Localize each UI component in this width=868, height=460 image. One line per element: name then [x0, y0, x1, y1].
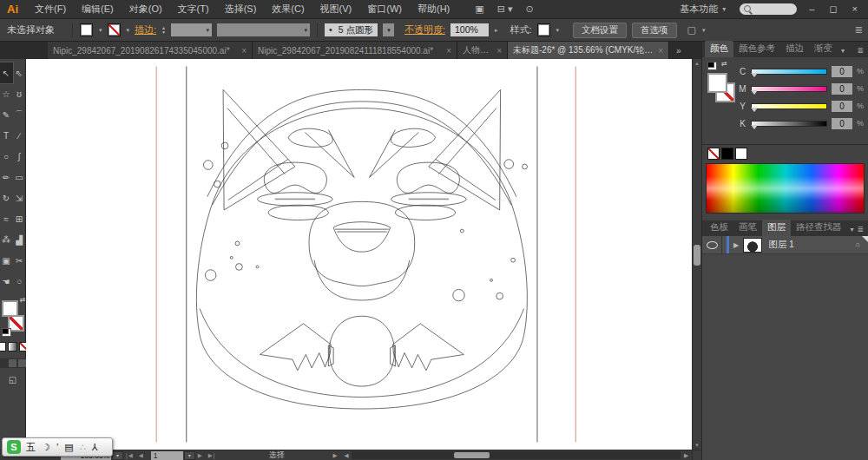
channel-value-field[interactable]: 0 — [832, 118, 852, 129]
default-fill-stroke-icon[interactable] — [2, 328, 11, 337]
menu-view[interactable]: 视图(V) — [312, 0, 360, 18]
moon-icon[interactable]: ☽ — [42, 440, 50, 454]
punctuation-icon[interactable]: ʼ — [56, 440, 58, 454]
c-slider[interactable] — [751, 69, 827, 75]
tab-overflow-icon[interactable]: » — [676, 46, 681, 56]
color-button[interactable] — [0, 342, 6, 352]
tab-close-icon[interactable]: × — [658, 46, 663, 56]
zoom-dropdown-button[interactable]: ▾ — [112, 451, 123, 460]
curvature-tool[interactable]: ⌒ — [13, 104, 26, 125]
slider-thumb[interactable] — [751, 125, 758, 133]
k-slider[interactable] — [751, 121, 827, 127]
line-segment-tool[interactable]: ∕ — [13, 125, 26, 146]
magic-wand-tool[interactable]: ☆ — [0, 83, 13, 104]
eraser-tool[interactable]: ▭ — [13, 167, 26, 187]
artboard-tool[interactable]: ▣ — [0, 250, 13, 271]
document-tab[interactable]: Nipic_29842067_20190826174335045000.ai*× — [48, 42, 253, 59]
slider-thumb[interactable] — [751, 73, 758, 81]
opacity-label[interactable]: 不透明度: — [404, 23, 445, 36]
menu-object[interactable]: 对象(O) — [122, 0, 170, 18]
sogou-logo-icon[interactable]: S — [7, 440, 21, 454]
hand-tool[interactable]: ☚ — [0, 271, 13, 292]
color-spectrum[interactable] — [706, 163, 865, 214]
graph-tool[interactable]: ▟ — [13, 229, 26, 250]
document-tab[interactable]: 人物3.ai*...× — [457, 42, 508, 59]
fill-swatch[interactable] — [707, 73, 727, 93]
chevron-down-icon[interactable]: ▾ — [556, 27, 560, 34]
wrench-icon[interactable]: ⅄ — [92, 440, 98, 454]
artboard-dropdown-button[interactable]: ▾ — [184, 451, 195, 460]
panel-collapse-icon[interactable]: ▾ — [838, 47, 845, 57]
menu-edit[interactable]: 编辑(E) — [74, 0, 122, 18]
black-swatch[interactable] — [721, 148, 733, 160]
restore-button[interactable]: ◻ — [829, 3, 837, 15]
chevron-down-icon[interactable]: ▾ — [99, 27, 102, 34]
brush-dropdown-button[interactable]: ▾ — [383, 23, 394, 36]
style-swatch[interactable] — [537, 23, 550, 36]
hscroll-left-icon[interactable]: ◀ — [344, 452, 348, 459]
rotate-tool[interactable]: ↻ — [0, 187, 13, 208]
menu-type[interactable]: 文字(T) — [170, 0, 217, 18]
workspace-switcher[interactable]: 基本功能 ▾ — [680, 3, 726, 16]
vertical-scrollbar[interactable]: ▲ ▼ — [692, 59, 701, 450]
wubi-mode-icon[interactable]: 五 — [26, 440, 36, 454]
none-swatch[interactable] — [707, 148, 720, 160]
opacity-field[interactable]: 100% — [450, 23, 489, 36]
menu-effect[interactable]: 效果(C) — [264, 0, 312, 18]
scroll-down-icon[interactable]: ▼ — [694, 443, 700, 448]
panel-menu-icon[interactable]: ≣ — [857, 225, 868, 236]
stepper-down-icon[interactable]: ▼ — [161, 30, 166, 35]
variable-width-profile-dropdown[interactable]: ▾ — [217, 23, 310, 36]
pencil-tool[interactable]: ✏ — [0, 167, 13, 187]
tab-close-icon[interactable]: × — [446, 46, 451, 56]
artboard-number-field[interactable]: 1 — [151, 451, 183, 460]
slider-thumb[interactable] — [751, 90, 758, 98]
channel-value-field[interactable]: 0 — [832, 66, 852, 77]
panel-menu-icon[interactable]: ≣ — [857, 46, 868, 57]
snap-options-icon[interactable]: ▢ — [687, 24, 696, 36]
menu-window[interactable]: 窗口(W) — [359, 0, 410, 18]
color-tab-2[interactable]: 描边 — [780, 41, 809, 57]
swap-fill-stroke-icon[interactable]: ⇄ — [20, 296, 26, 304]
screen-mode-button[interactable]: ◱ — [9, 375, 16, 384]
color-tab-0[interactable]: 颜色 — [705, 41, 733, 57]
fill-color-swatch[interactable] — [80, 23, 93, 36]
lower-tab-3[interactable]: 路径查找器 — [791, 220, 847, 236]
first-artboard-button[interactable]: |◀ — [126, 452, 134, 459]
white-swatch[interactable] — [735, 148, 747, 160]
chevron-down-icon[interactable]: ▾ — [127, 27, 130, 34]
draw-behind-button[interactable] — [8, 358, 17, 368]
m-slider[interactable] — [751, 86, 827, 92]
y-slider[interactable] — [751, 103, 827, 109]
stroke-weight-dropdown[interactable]: ▾ — [171, 23, 212, 36]
stroke-weight-stepper[interactable]: ▲ ▼ — [161, 26, 166, 35]
document-tab[interactable]: Nipic_29842067_20190824111818554000.ai*× — [253, 42, 457, 59]
direct-selection-tool[interactable]: ⇖ — [13, 62, 26, 83]
channel-value-field[interactable]: 0 — [832, 83, 852, 95]
minimize-button[interactable]: – — [809, 3, 814, 15]
menu-help[interactable]: 帮助(H) — [410, 0, 457, 18]
color-tab-1[interactable]: 颜色参考 — [733, 41, 780, 57]
chevron-down-icon[interactable]: ▾ — [702, 27, 706, 34]
hscroll-right-icon[interactable]: ▶ — [684, 452, 688, 459]
tab-close-icon[interactable]: × — [496, 46, 502, 56]
bridge-icon[interactable]: ▣ — [475, 3, 483, 15]
horizontal-scrollbar[interactable] — [352, 451, 681, 459]
stroke-color-swatch[interactable] — [108, 23, 121, 36]
swap-fill-stroke-icon[interactable]: ⇄ — [721, 60, 727, 68]
lower-tab-0[interactable]: 色板 — [705, 220, 733, 236]
slice-tool[interactable]: ✂ — [13, 250, 26, 271]
draw-normal-button[interactable] — [0, 358, 8, 368]
document-tab[interactable]: 未标题-26* @ 135.66% (CMYK/轮廓)× — [508, 42, 669, 59]
scroll-up-icon[interactable]: ▲ — [694, 61, 700, 66]
canvas[interactable] — [26, 59, 692, 450]
close-button[interactable]: × — [852, 3, 858, 15]
opacity-expand-icon[interactable]: ▸ — [495, 27, 498, 34]
channel-value-field[interactable]: 0 — [832, 101, 852, 112]
menu-select[interactable]: 选择(S) — [217, 0, 265, 18]
vertical-scroll-thumb[interactable] — [694, 245, 700, 266]
lower-tab-2[interactable]: 图层 — [762, 220, 791, 236]
fill-swatch[interactable] — [2, 300, 18, 317]
selection-tool[interactable]: ↖ — [0, 62, 13, 83]
mini-fill-stroke-icon[interactable] — [707, 62, 717, 70]
